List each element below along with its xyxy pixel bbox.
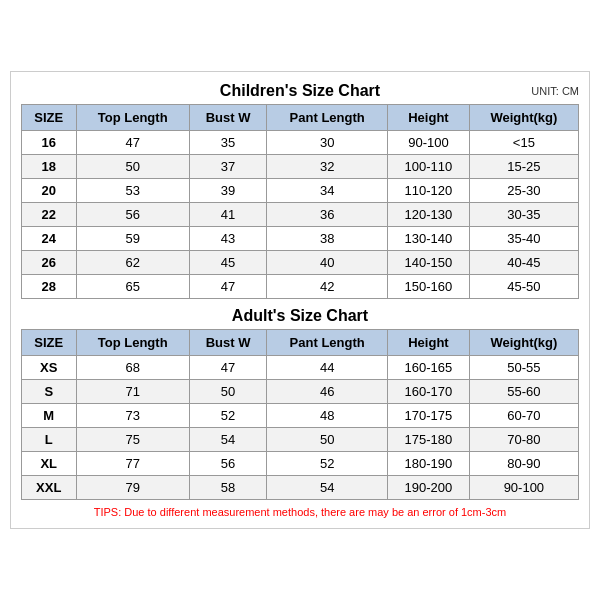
- col-header-weight: Weight(kg): [469, 105, 578, 131]
- table-cell: 71: [76, 380, 189, 404]
- table-cell: 37: [189, 155, 266, 179]
- table-row: XXL795854190-20090-100: [22, 476, 579, 500]
- table-cell: 30-35: [469, 203, 578, 227]
- table-row: 20533934110-12025-30: [22, 179, 579, 203]
- table-cell: 32: [267, 155, 388, 179]
- table-cell: 52: [189, 404, 266, 428]
- adult-col-header-top-length: Top Length: [76, 330, 189, 356]
- table-row: S715046160-17055-60: [22, 380, 579, 404]
- adult-col-header-weight: Weight(kg): [469, 330, 578, 356]
- table-cell: 28: [22, 275, 77, 299]
- table-cell: 150-160: [388, 275, 470, 299]
- table-cell: 39: [189, 179, 266, 203]
- table-cell: 47: [189, 275, 266, 299]
- table-cell: 43: [189, 227, 266, 251]
- col-header-pant-length: Pant Length: [267, 105, 388, 131]
- adult-header-row: SIZE Top Length Bust W Pant Length Heigh…: [22, 330, 579, 356]
- table-row: XL775652180-19080-90: [22, 452, 579, 476]
- table-cell: 16: [22, 131, 77, 155]
- table-cell: 120-130: [388, 203, 470, 227]
- table-cell: 53: [76, 179, 189, 203]
- table-cell: 15-25: [469, 155, 578, 179]
- adult-table: SIZE Top Length Bust W Pant Length Heigh…: [21, 329, 579, 500]
- table-row: M735248170-17560-70: [22, 404, 579, 428]
- table-cell: 90-100: [469, 476, 578, 500]
- table-cell: 77: [76, 452, 189, 476]
- table-cell: 45: [189, 251, 266, 275]
- table-cell: M: [22, 404, 77, 428]
- table-cell: 34: [267, 179, 388, 203]
- adult-col-header-height: Height: [388, 330, 470, 356]
- table-cell: 25-30: [469, 179, 578, 203]
- adult-title: Adult's Size Chart: [232, 307, 368, 325]
- table-cell: 75: [76, 428, 189, 452]
- table-cell: S: [22, 380, 77, 404]
- table-cell: <15: [469, 131, 578, 155]
- table-cell: 59: [76, 227, 189, 251]
- table-cell: 68: [76, 356, 189, 380]
- table-cell: 20: [22, 179, 77, 203]
- table-cell: 50-55: [469, 356, 578, 380]
- table-cell: 47: [189, 356, 266, 380]
- table-cell: 46: [267, 380, 388, 404]
- table-cell: 40-45: [469, 251, 578, 275]
- table-cell: 35: [189, 131, 266, 155]
- table-cell: 41: [189, 203, 266, 227]
- table-cell: 62: [76, 251, 189, 275]
- table-row: 26624540140-15040-45: [22, 251, 579, 275]
- table-cell: 30: [267, 131, 388, 155]
- col-header-top-length: Top Length: [76, 105, 189, 131]
- table-row: L755450175-18070-80: [22, 428, 579, 452]
- table-cell: XS: [22, 356, 77, 380]
- table-cell: 79: [76, 476, 189, 500]
- table-cell: L: [22, 428, 77, 452]
- table-cell: 52: [267, 452, 388, 476]
- table-cell: 22: [22, 203, 77, 227]
- table-cell: 70-80: [469, 428, 578, 452]
- table-cell: 44: [267, 356, 388, 380]
- table-row: 18503732100-11015-25: [22, 155, 579, 179]
- table-row: 22564136120-13030-35: [22, 203, 579, 227]
- table-cell: 54: [189, 428, 266, 452]
- table-cell: 24: [22, 227, 77, 251]
- table-cell: 90-100: [388, 131, 470, 155]
- table-cell: 73: [76, 404, 189, 428]
- children-header-row: SIZE Top Length Bust W Pant Length Heigh…: [22, 105, 579, 131]
- table-cell: 50: [267, 428, 388, 452]
- table-cell: 35-40: [469, 227, 578, 251]
- table-cell: 50: [76, 155, 189, 179]
- table-cell: XL: [22, 452, 77, 476]
- children-title-row: Children's Size Chart UNIT: CM: [21, 82, 579, 100]
- table-cell: 45-50: [469, 275, 578, 299]
- table-cell: 170-175: [388, 404, 470, 428]
- table-cell: 56: [76, 203, 189, 227]
- col-header-bust-w: Bust W: [189, 105, 266, 131]
- table-cell: 55-60: [469, 380, 578, 404]
- table-cell: 47: [76, 131, 189, 155]
- table-cell: 50: [189, 380, 266, 404]
- unit-label: UNIT: CM: [531, 85, 579, 97]
- table-cell: 190-200: [388, 476, 470, 500]
- table-cell: 80-90: [469, 452, 578, 476]
- table-cell: 36: [267, 203, 388, 227]
- children-title: Children's Size Chart: [220, 82, 380, 100]
- table-cell: 175-180: [388, 428, 470, 452]
- tips-text: TIPS: Due to different measurement metho…: [21, 506, 579, 518]
- table-cell: 160-170: [388, 380, 470, 404]
- children-table: SIZE Top Length Bust W Pant Length Heigh…: [21, 104, 579, 299]
- table-row: XS684744160-16550-55: [22, 356, 579, 380]
- size-chart-container: Children's Size Chart UNIT: CM SIZE Top …: [10, 71, 590, 529]
- table-cell: 42: [267, 275, 388, 299]
- table-cell: XXL: [22, 476, 77, 500]
- table-row: 1647353090-100<15: [22, 131, 579, 155]
- table-cell: 65: [76, 275, 189, 299]
- table-cell: 180-190: [388, 452, 470, 476]
- table-cell: 58: [189, 476, 266, 500]
- adult-col-header-pant-length: Pant Length: [267, 330, 388, 356]
- table-cell: 40: [267, 251, 388, 275]
- table-cell: 140-150: [388, 251, 470, 275]
- table-cell: 48: [267, 404, 388, 428]
- table-cell: 38: [267, 227, 388, 251]
- table-row: 24594338130-14035-40: [22, 227, 579, 251]
- table-cell: 26: [22, 251, 77, 275]
